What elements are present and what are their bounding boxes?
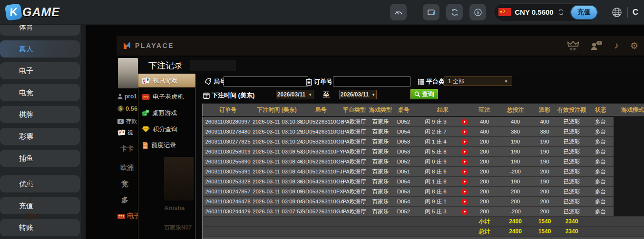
search-button[interactable]: 查询 <box>410 89 438 99</box>
menu-item-quota-records[interactable]: 额度记录 <box>138 138 195 152</box>
replay-button[interactable] <box>461 159 468 165</box>
cell-payout: 380 <box>498 127 533 137</box>
total-label: 总计 <box>471 227 498 237</box>
gear-icon[interactable]: ⚙ <box>630 40 638 51</box>
recharge-button[interactable]: 充值 <box>571 6 597 19</box>
bet-records-table: 订单号下注时间 (美东)局号平台类型游戏类型桌号结果玩法总投注派彩有效投注额状态… <box>202 104 644 239</box>
replay-button[interactable] <box>461 199 468 205</box>
wallet-button[interactable] <box>423 4 439 20</box>
replay-button[interactable] <box>461 119 468 125</box>
replay-button[interactable] <box>461 129 468 135</box>
replay-button[interactable] <box>461 209 468 215</box>
user-icon <box>117 94 123 99</box>
sidebar-item-fishing[interactable]: 捕鱼 <box>0 150 80 167</box>
dice-icon <box>142 109 149 117</box>
subtotal-row: 小计240015402340 <box>203 217 644 227</box>
replay-button[interactable] <box>461 189 468 195</box>
refresh-rate-icon[interactable] <box>557 9 565 16</box>
sidebar-item-label: 棋牌 <box>19 110 33 119</box>
replay-button[interactable] <box>461 149 468 155</box>
cell-valid: 190 <box>533 177 556 187</box>
currency-selector[interactable]: CNY 0.5600 充值 <box>494 3 598 21</box>
sidebar-item-label: 电竞 <box>19 88 33 97</box>
avatar[interactable] <box>118 58 138 88</box>
replay-button[interactable] <box>461 179 468 185</box>
cell-bet: 200 <box>471 157 498 167</box>
cell-payout: 190 <box>498 157 533 167</box>
order-number-label: 订单号 <box>306 77 332 86</box>
sidebar-item-poker[interactable]: 棋牌 <box>0 106 80 123</box>
replay-button[interactable] <box>461 169 468 175</box>
subtotal-value: 2340 <box>556 217 587 227</box>
replay-button[interactable] <box>461 139 468 145</box>
sidebar: 体育 真人 电子 电竞 棋牌 彩票 捕鱼 优惠 充值 转账 提款 <box>0 25 85 239</box>
cell-table: D053 <box>393 187 414 197</box>
cell-mode: 多台 <box>587 147 614 157</box>
sidebar-item-label: 转账 <box>19 223 33 232</box>
svg-text:¥: ¥ <box>477 10 479 15</box>
total-value: 2340 <box>556 227 587 237</box>
table-row: 2603110302784802026-03-11 03:10:29GD0542… <box>203 127 644 137</box>
tag-icon <box>205 78 212 85</box>
gauge-button[interactable] <box>390 4 407 20</box>
menu-item-table-games[interactable]: 桌面游戏 <box>138 106 195 120</box>
date-from-select[interactable]: 2026/03/11 ▼ <box>276 90 313 99</box>
column-header: 游戏类型 <box>368 104 393 117</box>
lobby-label: 777 电子 <box>117 212 138 220</box>
brand-logo[interactable]: K GAME <box>6 4 60 20</box>
cell-payout: -200 <box>498 207 533 217</box>
subtotal-label: 小计 <box>471 217 498 227</box>
cell-platform: PA欧洲厅 <box>341 187 368 197</box>
language-label[interactable]: C <box>633 8 638 17</box>
table-row: 2603110302778252026-03-11 03:10:24GD0532… <box>203 137 644 147</box>
platform-type-value: 1.全部 <box>448 77 464 86</box>
sidebar-item-transfer[interactable]: 转账 <box>0 219 80 236</box>
sidebar-item-lottery[interactable]: 彩票 <box>0 128 80 145</box>
sidebar-item-esports[interactable]: 电竞 <box>0 84 80 101</box>
cell-time: 2026-03-11 03:07:52 <box>253 207 301 217</box>
cell-time: 2026-03-11 03:08:04 <box>253 197 301 207</box>
video-label: 视 <box>127 129 133 137</box>
music-icon[interactable]: ♪ <box>614 40 619 51</box>
vip-button[interactable]: VIP <box>567 41 579 51</box>
cell-platform: PA欧洲厅 <box>341 207 368 217</box>
cards-icon: K♥9 <box>142 77 150 85</box>
modal-title-bar: 下注记录 <box>138 57 644 74</box>
platform-type-select[interactable]: 1.全部 ▼ <box>444 76 512 86</box>
menu-item-video-games[interactable]: K♥9 视讯游戏 <box>138 74 195 87</box>
document-icon <box>142 142 148 149</box>
globe-icon[interactable] <box>611 7 623 18</box>
cell-time: 2026-03-11 03:10:38 <box>253 116 301 127</box>
sidebar-item-live[interactable]: 真人 <box>0 40 80 57</box>
vip-crown-icon <box>567 41 579 47</box>
table-row: 2603110302533282026-03-11 03:08:36GD0542… <box>203 177 644 187</box>
date-to-select[interactable]: 2026/03/11 ▼ <box>339 90 377 99</box>
deposit-row[interactable]: $ 存款 <box>117 117 137 125</box>
sidebar-item-promotions[interactable]: 优惠 <box>0 175 80 192</box>
sidebar-item-slots[interactable]: 电子 <box>0 62 80 79</box>
column-header: 状态 <box>587 104 614 117</box>
cell-bet: 200 <box>471 137 498 147</box>
playace-header: PLAYACE VIP ♪ ⚙ <box>117 36 644 56</box>
cell-platform: PA欧洲厅 <box>341 127 368 137</box>
video-row[interactable]: K9 视 <box>117 129 133 137</box>
sidebar-item-sports[interactable]: 体育 <box>0 25 80 36</box>
username-row: pro1 <box>117 93 137 100</box>
vip-label: VIP <box>570 48 576 51</box>
sidebar-item-deposit[interactable]: 充值 <box>0 197 80 214</box>
cell-order: 260311030246478 <box>203 197 253 207</box>
chevron-down-icon: ▼ <box>308 93 312 97</box>
currency-button[interactable]: ¥ <box>469 4 486 20</box>
chat-support-icon[interactable] <box>590 41 603 50</box>
sync-button[interactable] <box>446 4 463 20</box>
cell-table: D054 <box>393 127 414 137</box>
cell-bet: 200 <box>471 187 498 197</box>
menu-item-slot-machine[interactable]: 777 电子老虎机 <box>138 90 195 104</box>
cell-status: 已派彩 <box>556 207 587 217</box>
round-number-input[interactable] <box>224 76 308 86</box>
cell-result: 闲 0 庄 9 <box>414 157 457 167</box>
menu-item-points-query[interactable]: 积分查询 <box>138 122 195 136</box>
cell-round: GD053263110FX <box>301 187 341 197</box>
order-number-input[interactable] <box>333 76 410 86</box>
cell-table: D054 <box>393 177 414 187</box>
